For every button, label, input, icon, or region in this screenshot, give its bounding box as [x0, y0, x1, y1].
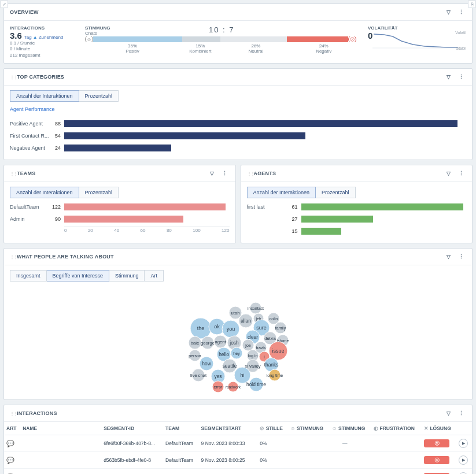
- table-row[interactable]: 💬6fe6f00f-369b-407b-8...DefaultTeam9 Nov…: [4, 435, 472, 452]
- expand-handle-right[interactable]: ⎘: [468, 0, 476, 8]
- tab-count[interactable]: Anzahl der Interaktionen: [10, 187, 79, 198]
- bar-value: 122: [51, 204, 64, 210]
- teams-title: TEAMS: [17, 171, 35, 176]
- svg-text:ok: ok: [214, 324, 220, 329]
- bar-value: 54: [51, 133, 64, 139]
- badge-negative: ☹: [424, 456, 449, 464]
- bubble-bale[interactable]: bale: [189, 336, 201, 349]
- svg-text:issue: issue: [272, 348, 284, 354]
- smile-icon: ☺: [85, 36, 93, 42]
- bubble-incontact[interactable]: incontact: [247, 302, 263, 314]
- sentiment-segment-neutral: [220, 36, 287, 42]
- tab-percent[interactable]: Prozentzahl: [79, 90, 119, 102]
- bubble-agent[interactable]: agent: [214, 335, 227, 348]
- cell-start: 9 Nov. 2023 8:00:25: [199, 452, 258, 469]
- svg-text:long time: long time: [266, 373, 283, 378]
- sentiment-sub: Chats: [85, 31, 110, 36]
- cell-name: [20, 452, 101, 469]
- bubble-seattle[interactable]: seattle: [222, 359, 237, 373]
- drag-handle-icon[interactable]: [247, 171, 250, 176]
- bubble-you[interactable]: you: [222, 320, 239, 338]
- col-start[interactable]: SEGMENTSTART: [199, 422, 258, 435]
- overview-title: OVERVIEW: [10, 9, 39, 15]
- more-icon[interactable]: ⋮: [457, 72, 466, 82]
- cell-stille: 0%: [257, 435, 288, 452]
- trend-up-icon: ▲: [33, 35, 38, 40]
- cell-seg: 8e7fe056-3e19-46f6-9: [101, 469, 163, 474]
- more-icon[interactable]: ⋮: [220, 169, 230, 178]
- drag-handle-icon[interactable]: [10, 410, 13, 416]
- bubble-joe[interactable]: joe: [242, 339, 254, 351]
- table-row[interactable]: 💬d563b5fb-ebdf-4fe0-8DefaultTeam9 Nov. 2…: [4, 452, 472, 469]
- bubble-hi[interactable]: hi: [234, 367, 250, 383]
- expand-handle-left[interactable]: ⤢: [0, 0, 8, 8]
- bubble-the[interactable]: the: [190, 318, 211, 339]
- bar-row: 15: [247, 226, 467, 236]
- bar-row: First Contact R...54: [10, 131, 466, 141]
- filter-icon[interactable]: ▽: [444, 252, 453, 261]
- svg-text:thanks: thanks: [264, 362, 278, 368]
- col-stille[interactable]: ⊘ STILLE: [257, 422, 288, 435]
- cell-stille: 0%: [257, 469, 288, 474]
- col-frust[interactable]: ◐ FRUSTRATION: [371, 422, 422, 435]
- wpata-tab[interactable]: Insgesamt: [10, 270, 47, 282]
- svg-text:bale: bale: [190, 340, 199, 346]
- filter-icon[interactable]: ▽: [444, 8, 453, 17]
- drag-handle-icon[interactable]: [10, 171, 13, 176]
- svg-text:george: george: [201, 340, 215, 346]
- table-row[interactable]: 💬8e7fe056-3e19-46f6-9DefaultTeam9 Nov. 2…: [4, 469, 472, 474]
- more-icon[interactable]: ⋮: [457, 252, 466, 261]
- filter-icon[interactable]: ▽: [444, 72, 453, 82]
- svg-text:i: i: [264, 355, 264, 359]
- drag-handle-icon[interactable]: [10, 254, 13, 260]
- play-button[interactable]: ▶: [459, 439, 468, 448]
- filter-icon[interactable]: ▽: [444, 169, 453, 178]
- bubble-live-chat[interactable]: live chat: [190, 369, 206, 382]
- svg-text:person: person: [189, 354, 201, 358]
- col-team[interactable]: TEAM: [163, 422, 199, 435]
- filter-icon[interactable]: ▽: [444, 409, 453, 418]
- bar-fill: [64, 120, 457, 127]
- bubble-person[interactable]: person: [189, 350, 201, 361]
- tab-percent[interactable]: Prozentzahl: [316, 187, 356, 198]
- col-stimmung2[interactable]: ☺ STIMMUNG: [330, 422, 371, 435]
- bubble-how[interactable]: how: [200, 357, 213, 371]
- drag-handle-icon[interactable]: [10, 74, 13, 80]
- col-name[interactable]: NAME: [20, 422, 101, 435]
- top-categories-tabs: Anzahl der Interaktionen Prozentzahl: [10, 90, 466, 102]
- bar-label: Admin: [10, 216, 51, 222]
- bubble-roadwork[interactable]: roadwork: [226, 382, 241, 392]
- col-losung[interactable]: ✕ LÖSUNG: [422, 422, 456, 435]
- col-art[interactable]: ART: [4, 422, 20, 435]
- tab-count[interactable]: Anzahl der Interaktionen: [247, 187, 316, 198]
- wpata-tab[interactable]: Art: [145, 270, 164, 282]
- cell-start: 9 Nov. 2023 8:00:16: [199, 469, 258, 474]
- bar-fill: [64, 132, 305, 139]
- tab-count[interactable]: Anzahl der Interaktionen: [10, 90, 79, 102]
- bubble-allan[interactable]: allan: [239, 314, 253, 328]
- sentiment-ratio: 10 : 7: [209, 25, 235, 36]
- filter-icon[interactable]: ▽: [208, 169, 217, 178]
- agent-performance-link[interactable]: Agent Performance: [10, 106, 55, 112]
- play-button[interactable]: ▶: [459, 456, 468, 465]
- col-seg[interactable]: SEGMENT-ID: [101, 422, 163, 435]
- cell-team: DefaultTeam: [163, 469, 199, 474]
- wpata-tab[interactable]: Stimmung: [109, 270, 145, 282]
- col-stimmung1[interactable]: ☺ STIMMUNG: [288, 422, 330, 435]
- bubble-family[interactable]: family: [275, 322, 286, 334]
- bubble-error[interactable]: error: [212, 381, 224, 392]
- svg-text:hi: hi: [240, 372, 244, 378]
- top-categories-title: TOP CATEGORIES: [17, 74, 64, 80]
- bar-value: 27: [289, 216, 301, 222]
- agents-title: AGENTS: [254, 171, 276, 176]
- more-icon[interactable]: ⋮: [457, 169, 466, 178]
- wpata-tab[interactable]: Begriffe von Interesse: [47, 270, 109, 282]
- bubble-hey[interactable]: hey: [231, 347, 242, 359]
- more-icon[interactable]: ⋮: [457, 409, 466, 418]
- bubble-george[interactable]: george: [201, 336, 215, 349]
- interactions-sub1: 0.1 / Stunde: [10, 40, 73, 46]
- bubble-issue[interactable]: issue: [269, 342, 287, 360]
- svg-text:joe: joe: [245, 343, 250, 348]
- tab-percent[interactable]: Prozentzahl: [79, 187, 119, 198]
- more-icon[interactable]: ⋮: [457, 8, 466, 17]
